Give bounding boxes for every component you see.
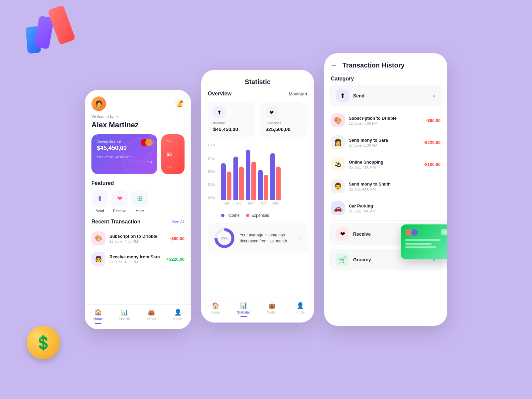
legend-income-dot [221,214,224,217]
chevron-up-icon: ∧ [432,93,436,98]
stat-home-label: Home [211,311,220,314]
y-label-45k: $45k [208,157,215,160]
hi-name-sara: Send mony to Sara [349,138,420,143]
period-label: Monthly [289,91,304,96]
category-title: Category [324,74,447,85]
send-category-label: Send [353,93,364,98]
parking-avatar: 🚗 [331,201,345,215]
hi-date-smith: 26 July, 4:00 PM [349,187,437,191]
hi-info-smith: Send mony to Smith 26 July, 4:00 PM [349,182,437,191]
history-item-shopping[interactable]: 🛍 Online Shopping 05 July, 7:00 PM -$100… [324,153,447,175]
main-card[interactable]: Current Balance $45,450,00 1254 -23391 -… [91,134,157,174]
history-item-dribbble[interactable]: 🎨 Subscription to Dribble 12 June, 4:00 … [324,109,447,131]
bar-apr-expense [264,175,268,200]
statistics-title: Statistic [201,70,314,91]
receive-category-left: ❤ Receive [336,227,371,241]
send-button[interactable]: ⬆ Send [91,190,108,213]
back-button[interactable]: ← [331,62,337,69]
sec-card-number: 5242 [167,166,179,169]
bottom-navigation: 🏠 Home 📊 Statistic 👜 Wallet 👤 Profile [85,304,191,329]
secondary-card[interactable]: Curr $5 5242 [161,134,185,174]
tx-info-dribbble: Subscription to Dribble 12 June, 4:00 PM [109,234,166,243]
legend-expenses: Expenses [246,213,269,218]
legend-income-label: Income [226,213,239,218]
legend-income: Income [221,213,239,218]
tx-name-dribbble: Subscription to Dribble [109,234,166,239]
stat-nav-wallet[interactable]: 👜 Wallet [258,302,286,317]
receive-button[interactable]: ❤ Receive [111,190,128,213]
x-mar: Mar [246,201,256,205]
bar-feb-expense [239,167,244,200]
income-label: Income [213,121,250,125]
home-nav-label: Home [93,317,103,321]
send-icon: ⬆ [91,190,108,207]
hi-info-parking: Car Parking 01 July, 7:00 AM [349,203,437,213]
mastercard-logo [141,139,153,146]
cc-circle-red [405,229,412,236]
stat-nav-home[interactable]: 🏠 Home [201,302,229,317]
expenses-label: Expenses [266,121,303,125]
phone-transaction-history: ← Transaction History Category ⬆ Send ∧ … [324,53,447,326]
nav-profile[interactable]: 👤 Profile [165,309,191,324]
cc-circle-purple [411,229,418,236]
tx-name-sara: Receive mony from Sara [109,254,162,259]
y-label-20k: $20k [208,183,215,187]
active-bar [95,323,101,324]
sara-icon: 👩 [91,252,105,266]
stat-nav-profile[interactable]: 👤 Profile [286,302,314,317]
y-label-30k: $30k [208,170,215,174]
bar-jan-expense [227,172,231,200]
x-may: May [270,201,281,205]
send-category-icon: ⬆ [336,89,349,102]
history-header: ← Transaction History [324,53,447,74]
progress-card[interactable]: 75% Your avarage income has decreased fr… [208,223,308,253]
history-item-sara[interactable]: 👩 Send mony to Sara 27 June, 1:30 AM -$2… [324,131,447,153]
history-title: Transaction History [342,62,405,69]
bar-jan-income [221,163,226,200]
expenses-icon: ❤ [266,106,278,118]
transaction-item-dribbble[interactable]: 🎨 Subscription to Dribble 12 June, 4:00 … [85,228,191,249]
stat-active-bar [240,316,247,317]
user-name: Alex Martinez [85,121,191,134]
hi-date-shopping: 05 July, 7:00 PM [349,165,420,169]
stat-wallet-label: Wallet [267,311,276,314]
statistic-nav-icon: 📊 [121,309,128,316]
credit-card-decoration: ≡≡ [401,224,447,259]
nav-wallet[interactable]: 👜 Wallet [138,309,165,324]
cc-line-3 [405,246,436,248]
card-expiry: 07/24 [97,160,152,164]
x-apr: Apr [258,201,268,205]
hi-amount-sara: -$220.00 [424,140,441,145]
card-amount: $45,450,00 [97,145,152,152]
wallet-nav-label: Wallet [147,317,156,321]
hi-amount-dribbble: -$60.00 [426,118,441,123]
see-all-button[interactable]: See All [172,219,185,224]
more-label: More [135,209,144,213]
nav-statistic[interactable]: 📊 Statistic [111,309,138,324]
receive-category-label: Receive [353,231,371,237]
smith-avatar: 👨 [331,179,345,193]
arrow-right-icon[interactable]: › [299,235,301,241]
home-header: 🧑 🔔 [85,90,191,114]
send-category-row[interactable]: ⬆ Send ∧ [329,85,442,106]
tx-amount-sara: +$220.00 [166,257,185,262]
tx-amount-dribbble: -$60.00 [170,236,185,241]
notification-bell[interactable]: 🔔 [175,99,185,109]
cc-lines [405,239,447,248]
period-selector[interactable]: Monthly ▾ [289,91,308,96]
stat-nav-statistic[interactable]: 📊 Statistic [229,302,258,317]
bar-group-feb [233,157,244,200]
welcome-text: Wellcome back [85,114,191,121]
history-item-smith[interactable]: 👨 Send mony to Smith 26 July, 4:00 PM [324,175,447,197]
more-icon: ⊞ [131,190,148,207]
divider-2 [331,220,441,221]
x-jan: Jan [221,201,231,205]
shopping-avatar: 🛍 [331,157,345,171]
nav-home[interactable]: 🏠 Home [85,309,111,324]
progress-description: Your avarage income has decreased from l… [240,232,294,244]
history-item-parking[interactable]: 🚗 Car Parking 01 July, 7:00 AM [324,197,447,219]
more-button[interactable]: ⊞ More [131,190,148,213]
transaction-item-sara[interactable]: 👩 Receive mony from Sara 27 June, 1:30 P… [85,249,191,269]
grocery-category-left: 🛒 Grocrey [336,253,371,266]
sec-card-amount: $5 [167,152,179,157]
